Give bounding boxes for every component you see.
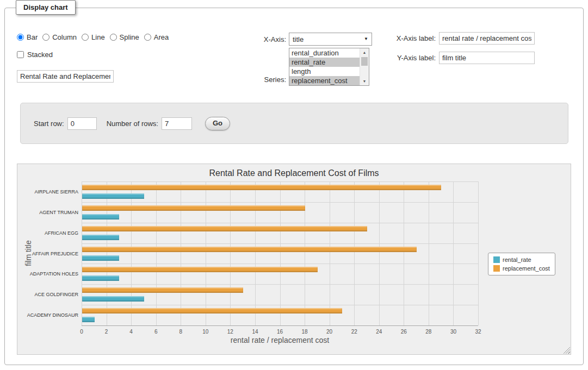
x-tick-label: 18 xyxy=(302,329,308,335)
category-label: AFFAIR PREJUDICE xyxy=(20,251,78,256)
category-label: AFRICAN EGG xyxy=(20,230,78,236)
x-axis-title: rental rate / replacement cost xyxy=(82,336,478,344)
chart-type-option-bar[interactable]: Bar xyxy=(17,33,38,41)
gridline-vertical xyxy=(206,181,206,325)
legend-item-replacement_cost[interactable]: replacement_cost xyxy=(493,265,550,272)
series-option-replacement_cost[interactable]: replacement_cost xyxy=(289,76,360,85)
gridline-vertical xyxy=(330,181,330,325)
bar-replacement_cost xyxy=(82,247,417,252)
scroll-down-icon[interactable]: ▼ xyxy=(360,77,369,85)
listbox-scrollbar[interactable]: ▲ ▼ xyxy=(360,48,369,85)
series-option-rental_duration[interactable]: rental_duration xyxy=(289,48,360,58)
legend-item-rental_rate[interactable]: rental_rate xyxy=(493,256,550,263)
x-tick-label: 0 xyxy=(80,329,83,335)
x-tick-label: 6 xyxy=(154,329,158,335)
chart-title-input[interactable] xyxy=(17,70,114,83)
chevron-down-icon: ▼ xyxy=(364,37,368,41)
start-row-label: Start row: xyxy=(34,120,64,128)
gridline-vertical xyxy=(354,181,355,325)
gridline-horizontal xyxy=(82,305,478,305)
bar-replacement_cost xyxy=(82,287,243,293)
stacked-label: Stacked xyxy=(27,51,53,59)
gridline-horizontal xyxy=(82,181,478,182)
chart-type-group: Bar Column Line Spline Area xyxy=(17,33,174,41)
chart-container: Rental Rate and Replacement Cost of Film… xyxy=(17,164,571,355)
bar-rental_rate xyxy=(82,214,119,220)
chart-type-column-radio[interactable] xyxy=(42,34,49,41)
gridline-vertical xyxy=(230,181,231,325)
stacked-option[interactable]: Stacked xyxy=(17,51,53,59)
legend-swatch xyxy=(493,265,500,272)
series-option-length[interactable]: length xyxy=(289,67,360,76)
y-axis-label-input[interactable] xyxy=(439,52,535,64)
gridline-vertical xyxy=(131,181,132,325)
bar-replacement_cost xyxy=(82,185,441,190)
display-chart-panel: Display chart Bar Column Line Spline Are… xyxy=(4,8,584,365)
gridline-vertical xyxy=(478,181,479,325)
chart-type-option-area[interactable]: Area xyxy=(144,33,169,41)
chart-type-option-column[interactable]: Column xyxy=(42,33,77,41)
x-axis-row: X-Axis: title ▼ xyxy=(237,33,372,46)
series-row: Series: rental_durationrental_ratelength… xyxy=(237,48,369,86)
chart-type-spline-radio[interactable] xyxy=(110,34,117,41)
category-label: ACE GOLDFINGER xyxy=(20,292,78,297)
scroll-up-icon[interactable]: ▲ xyxy=(360,48,369,57)
chart-type-option-spline[interactable]: Spline xyxy=(110,33,139,41)
x-tick-label: 10 xyxy=(202,329,208,335)
chart-type-bar-radio[interactable] xyxy=(17,34,24,41)
x-axis-label-input[interactable] xyxy=(439,32,535,45)
bar-replacement_cost xyxy=(82,308,342,313)
x-tick-label: 12 xyxy=(227,329,233,335)
gridline-vertical xyxy=(305,181,305,325)
x-axis-select-label: X-Axis: xyxy=(237,35,286,43)
gridline-vertical xyxy=(107,181,107,325)
x-tick-label: 26 xyxy=(401,329,407,335)
num-rows-input[interactable] xyxy=(162,117,192,130)
bar-rental_rate xyxy=(82,275,119,281)
category-label: ACADEMY DINOSAUR xyxy=(20,312,78,318)
panel-title: Display chart xyxy=(16,0,76,15)
row-controls-panel: Start row: Number of rows: Go xyxy=(20,103,568,144)
series-option-rental_rate[interactable]: rental_rate xyxy=(289,58,360,67)
gridline-vertical xyxy=(181,181,181,325)
x-tick-label: 4 xyxy=(129,329,133,335)
x-tick-label: 16 xyxy=(277,329,283,335)
y-axis-label-row: Y-Axis label: xyxy=(386,52,535,64)
chart-type-line-radio[interactable] xyxy=(82,34,89,41)
gridline-vertical xyxy=(429,181,429,325)
x-tick-label: 30 xyxy=(450,329,456,335)
chart-type-area-label: Area xyxy=(154,33,169,41)
gridline-vertical xyxy=(156,181,157,325)
x-axis-select[interactable]: title ▼ xyxy=(289,33,372,46)
x-tick-label: 28 xyxy=(425,329,431,335)
scrollbar-thumb[interactable] xyxy=(361,57,368,66)
gridline-horizontal xyxy=(82,243,478,244)
chart-legend: rental_ratereplacement_cost xyxy=(488,253,555,275)
bar-rental_rate xyxy=(82,317,95,322)
x-axis-line xyxy=(82,325,478,326)
x-tick-label: 32 xyxy=(475,329,481,335)
series-listbox[interactable]: rental_durationrental_ratelengthreplacem… xyxy=(289,48,369,86)
bar-replacement_cost xyxy=(82,205,305,211)
chart-type-option-line[interactable]: Line xyxy=(82,33,105,41)
legend-swatch xyxy=(493,256,500,263)
chart-type-column-label: Column xyxy=(52,33,77,41)
chart-title: Rental Rate and Replacement Cost of Film… xyxy=(17,168,571,178)
x-tick-label: 14 xyxy=(252,329,258,335)
legend-label: rental_rate xyxy=(503,256,531,263)
num-rows-label: Number of rows: xyxy=(107,120,158,128)
go-button[interactable]: Go xyxy=(205,117,230,130)
gridline-vertical xyxy=(82,181,82,325)
x-axis-select-value: title xyxy=(293,35,304,43)
scrollbar-track[interactable] xyxy=(360,57,369,77)
bar-rental_rate xyxy=(82,193,144,199)
chart-type-area-radio[interactable] xyxy=(144,34,151,41)
category-label: AIRPLANE SIERRA xyxy=(20,189,78,195)
start-row-input[interactable] xyxy=(67,117,97,130)
resize-handle-icon[interactable] xyxy=(563,347,570,354)
category-label: ADAPTATION HOLES xyxy=(20,271,78,277)
legend-label: replacement_cost xyxy=(503,265,550,272)
chart-type-spline-label: Spline xyxy=(120,33,139,41)
gridline-vertical xyxy=(404,181,404,325)
stacked-checkbox[interactable] xyxy=(17,51,24,58)
